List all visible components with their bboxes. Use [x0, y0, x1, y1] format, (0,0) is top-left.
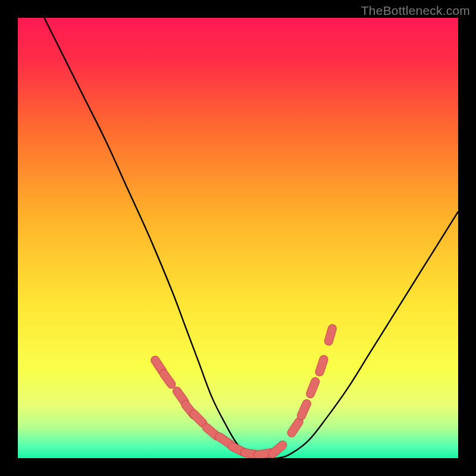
watermark-label: TheBottleneck.com: [361, 4, 470, 18]
gradient-background: [18, 18, 458, 458]
chart-frame: [18, 18, 458, 458]
data-dot: [328, 328, 332, 341]
bottleneck-chart: [18, 18, 458, 458]
data-dot: [311, 381, 315, 393]
data-dot: [302, 404, 307, 416]
data-dot: [320, 359, 324, 372]
